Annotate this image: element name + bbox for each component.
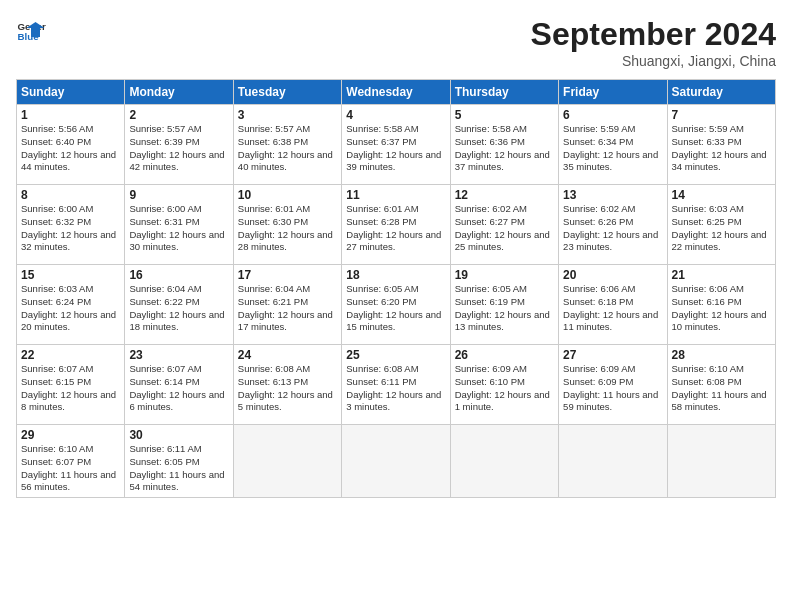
- day-number: 16: [129, 268, 228, 282]
- calendar-header-row: Sunday Monday Tuesday Wednesday Thursday…: [17, 80, 776, 105]
- day-info: Sunrise: 5:57 AMSunset: 6:38 PMDaylight:…: [238, 123, 337, 174]
- location-subtitle: Shuangxi, Jiangxi, China: [531, 53, 776, 69]
- day-number: 12: [455, 188, 554, 202]
- day-info: Sunrise: 5:56 AMSunset: 6:40 PMDaylight:…: [21, 123, 120, 174]
- day-info: Sunrise: 6:05 AMSunset: 6:20 PMDaylight:…: [346, 283, 445, 334]
- day-number: 9: [129, 188, 228, 202]
- calendar-cell: 4Sunrise: 5:58 AMSunset: 6:37 PMDaylight…: [342, 105, 450, 185]
- calendar-cell: [450, 425, 558, 498]
- day-number: 30: [129, 428, 228, 442]
- day-info: Sunrise: 5:58 AMSunset: 6:37 PMDaylight:…: [346, 123, 445, 174]
- calendar-cell: 10Sunrise: 6:01 AMSunset: 6:30 PMDayligh…: [233, 185, 341, 265]
- day-number: 1: [21, 108, 120, 122]
- day-info: Sunrise: 6:00 AMSunset: 6:32 PMDaylight:…: [21, 203, 120, 254]
- day-info: Sunrise: 6:10 AMSunset: 6:08 PMDaylight:…: [672, 363, 771, 414]
- calendar-cell: 3Sunrise: 5:57 AMSunset: 6:38 PMDaylight…: [233, 105, 341, 185]
- day-info: Sunrise: 6:08 AMSunset: 6:11 PMDaylight:…: [346, 363, 445, 414]
- day-info: Sunrise: 6:07 AMSunset: 6:15 PMDaylight:…: [21, 363, 120, 414]
- day-info: Sunrise: 6:05 AMSunset: 6:19 PMDaylight:…: [455, 283, 554, 334]
- title-block: September 2024 Shuangxi, Jiangxi, China: [531, 16, 776, 69]
- calendar-cell: 28Sunrise: 6:10 AMSunset: 6:08 PMDayligh…: [667, 345, 775, 425]
- col-sunday: Sunday: [17, 80, 125, 105]
- calendar-cell: [342, 425, 450, 498]
- day-number: 17: [238, 268, 337, 282]
- calendar-cell: 2Sunrise: 5:57 AMSunset: 6:39 PMDaylight…: [125, 105, 233, 185]
- calendar-cell: 26Sunrise: 6:09 AMSunset: 6:10 PMDayligh…: [450, 345, 558, 425]
- day-info: Sunrise: 6:00 AMSunset: 6:31 PMDaylight:…: [129, 203, 228, 254]
- day-info: Sunrise: 5:59 AMSunset: 6:33 PMDaylight:…: [672, 123, 771, 174]
- day-info: Sunrise: 6:06 AMSunset: 6:16 PMDaylight:…: [672, 283, 771, 334]
- day-number: 26: [455, 348, 554, 362]
- calendar-cell: 24Sunrise: 6:08 AMSunset: 6:13 PMDayligh…: [233, 345, 341, 425]
- logo-icon: General Blue: [16, 16, 46, 46]
- day-number: 4: [346, 108, 445, 122]
- calendar-cell: 25Sunrise: 6:08 AMSunset: 6:11 PMDayligh…: [342, 345, 450, 425]
- calendar-cell: 27Sunrise: 6:09 AMSunset: 6:09 PMDayligh…: [559, 345, 667, 425]
- day-number: 22: [21, 348, 120, 362]
- calendar-cell: 16Sunrise: 6:04 AMSunset: 6:22 PMDayligh…: [125, 265, 233, 345]
- col-wednesday: Wednesday: [342, 80, 450, 105]
- day-info: Sunrise: 6:01 AMSunset: 6:28 PMDaylight:…: [346, 203, 445, 254]
- day-number: 24: [238, 348, 337, 362]
- month-title: September 2024: [531, 16, 776, 53]
- calendar-cell: 13Sunrise: 6:02 AMSunset: 6:26 PMDayligh…: [559, 185, 667, 265]
- calendar-cell: 5Sunrise: 5:58 AMSunset: 6:36 PMDaylight…: [450, 105, 558, 185]
- day-number: 5: [455, 108, 554, 122]
- calendar-cell: 12Sunrise: 6:02 AMSunset: 6:27 PMDayligh…: [450, 185, 558, 265]
- day-info: Sunrise: 6:04 AMSunset: 6:21 PMDaylight:…: [238, 283, 337, 334]
- calendar-cell: 14Sunrise: 6:03 AMSunset: 6:25 PMDayligh…: [667, 185, 775, 265]
- day-info: Sunrise: 6:08 AMSunset: 6:13 PMDaylight:…: [238, 363, 337, 414]
- calendar-cell: 1Sunrise: 5:56 AMSunset: 6:40 PMDaylight…: [17, 105, 125, 185]
- day-info: Sunrise: 6:11 AMSunset: 6:05 PMDaylight:…: [129, 443, 228, 494]
- day-info: Sunrise: 6:09 AMSunset: 6:09 PMDaylight:…: [563, 363, 662, 414]
- day-info: Sunrise: 6:04 AMSunset: 6:22 PMDaylight:…: [129, 283, 228, 334]
- day-number: 2: [129, 108, 228, 122]
- day-info: Sunrise: 6:03 AMSunset: 6:25 PMDaylight:…: [672, 203, 771, 254]
- day-info: Sunrise: 6:07 AMSunset: 6:14 PMDaylight:…: [129, 363, 228, 414]
- day-number: 21: [672, 268, 771, 282]
- day-number: 13: [563, 188, 662, 202]
- day-info: Sunrise: 6:03 AMSunset: 6:24 PMDaylight:…: [21, 283, 120, 334]
- calendar-cell: 6Sunrise: 5:59 AMSunset: 6:34 PMDaylight…: [559, 105, 667, 185]
- col-saturday: Saturday: [667, 80, 775, 105]
- calendar-cell: 23Sunrise: 6:07 AMSunset: 6:14 PMDayligh…: [125, 345, 233, 425]
- calendar-cell: 7Sunrise: 5:59 AMSunset: 6:33 PMDaylight…: [667, 105, 775, 185]
- logo: General Blue: [16, 16, 46, 46]
- calendar-cell: 18Sunrise: 6:05 AMSunset: 6:20 PMDayligh…: [342, 265, 450, 345]
- day-number: 14: [672, 188, 771, 202]
- calendar-cell: [233, 425, 341, 498]
- day-number: 19: [455, 268, 554, 282]
- day-number: 6: [563, 108, 662, 122]
- day-number: 28: [672, 348, 771, 362]
- calendar-cell: 8Sunrise: 6:00 AMSunset: 6:32 PMDaylight…: [17, 185, 125, 265]
- calendar-cell: 21Sunrise: 6:06 AMSunset: 6:16 PMDayligh…: [667, 265, 775, 345]
- calendar-cell: 22Sunrise: 6:07 AMSunset: 6:15 PMDayligh…: [17, 345, 125, 425]
- day-info: Sunrise: 5:58 AMSunset: 6:36 PMDaylight:…: [455, 123, 554, 174]
- day-number: 18: [346, 268, 445, 282]
- calendar-cell: 19Sunrise: 6:05 AMSunset: 6:19 PMDayligh…: [450, 265, 558, 345]
- col-thursday: Thursday: [450, 80, 558, 105]
- col-tuesday: Tuesday: [233, 80, 341, 105]
- day-number: 7: [672, 108, 771, 122]
- day-info: Sunrise: 5:57 AMSunset: 6:39 PMDaylight:…: [129, 123, 228, 174]
- page-header: General Blue September 2024 Shuangxi, Ji…: [16, 16, 776, 69]
- day-number: 10: [238, 188, 337, 202]
- day-number: 8: [21, 188, 120, 202]
- calendar-cell: [667, 425, 775, 498]
- day-number: 27: [563, 348, 662, 362]
- day-info: Sunrise: 6:06 AMSunset: 6:18 PMDaylight:…: [563, 283, 662, 334]
- calendar-cell: 15Sunrise: 6:03 AMSunset: 6:24 PMDayligh…: [17, 265, 125, 345]
- day-number: 3: [238, 108, 337, 122]
- day-info: Sunrise: 6:02 AMSunset: 6:26 PMDaylight:…: [563, 203, 662, 254]
- day-number: 15: [21, 268, 120, 282]
- day-number: 11: [346, 188, 445, 202]
- calendar-table: Sunday Monday Tuesday Wednesday Thursday…: [16, 79, 776, 498]
- day-number: 29: [21, 428, 120, 442]
- col-monday: Monday: [125, 80, 233, 105]
- col-friday: Friday: [559, 80, 667, 105]
- day-info: Sunrise: 6:10 AMSunset: 6:07 PMDaylight:…: [21, 443, 120, 494]
- calendar-cell: 11Sunrise: 6:01 AMSunset: 6:28 PMDayligh…: [342, 185, 450, 265]
- day-info: Sunrise: 6:01 AMSunset: 6:30 PMDaylight:…: [238, 203, 337, 254]
- day-info: Sunrise: 6:02 AMSunset: 6:27 PMDaylight:…: [455, 203, 554, 254]
- day-number: 20: [563, 268, 662, 282]
